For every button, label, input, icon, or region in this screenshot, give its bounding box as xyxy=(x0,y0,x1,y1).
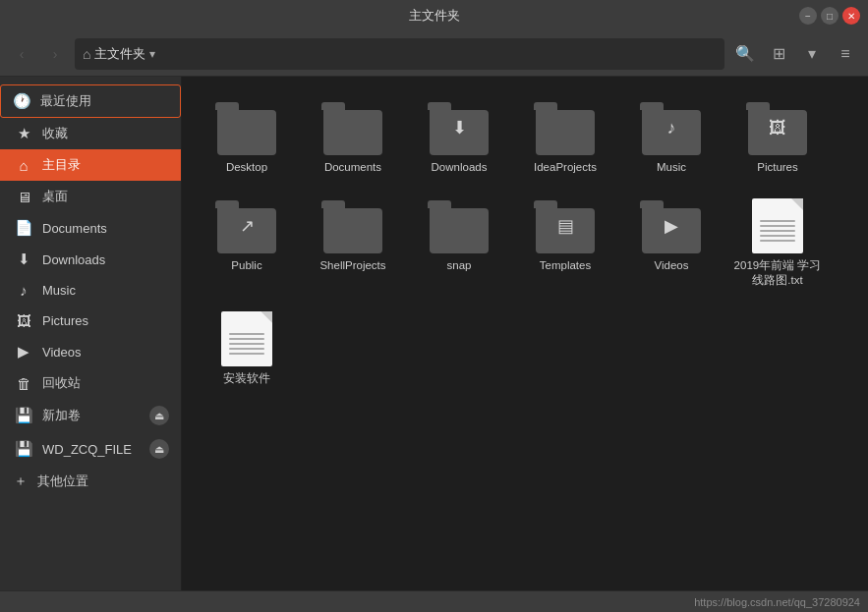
file-label: Desktop xyxy=(226,160,267,175)
breadcrumb: ⌂ 主文件夹 ▾ xyxy=(75,38,724,70)
search-button[interactable]: 🔍 xyxy=(730,39,760,69)
file-item[interactable]: ▶Videos xyxy=(622,191,721,296)
file-item[interactable]: Documents xyxy=(304,92,402,183)
documents-icon: 📄 xyxy=(15,219,32,237)
file-label: Public xyxy=(231,258,261,273)
sidebar-item-other-label: 其他位置 xyxy=(37,473,88,490)
wd-icon: 💾 xyxy=(15,440,32,458)
file-item[interactable]: ♪Music xyxy=(622,92,721,183)
sidebar-item-downloads[interactable]: ⬇ Downloads xyxy=(0,244,181,275)
file-label: Templates xyxy=(540,258,591,273)
sidebar-item-desktop-label: 桌面 xyxy=(42,188,68,205)
sidebar-item-downloads-label: Downloads xyxy=(42,252,105,267)
file-label: IdeaProjects xyxy=(534,160,597,175)
file-label: 2019年前端 学习线路图.txt xyxy=(732,258,823,288)
file-item[interactable]: ⬇Downloads xyxy=(410,92,508,183)
sidebar-item-music[interactable]: ♪ Music xyxy=(0,275,181,306)
videos-icon: ▶ xyxy=(15,343,32,361)
sidebar-item-pictures[interactable]: 🖼 Pictures xyxy=(0,306,181,336)
home-icon: ⌂ xyxy=(83,46,90,62)
title-bar: 主文件夹 − □ ✕ xyxy=(0,0,868,31)
downloads-icon: ⬇ xyxy=(15,250,32,268)
file-grid: DesktopDocuments⬇DownloadsIdeaProjects♪M… xyxy=(198,92,852,394)
sidebar-item-recent[interactable]: 🕐 最近使用 xyxy=(0,84,181,118)
home-icon-sidebar: ⌂ xyxy=(15,157,32,174)
file-label: Documents xyxy=(324,160,381,175)
breadcrumb-label: 主文件夹 xyxy=(94,45,145,63)
file-item[interactable]: IdeaProjects xyxy=(516,92,614,183)
file-item[interactable]: ↗Public xyxy=(198,191,296,296)
menu-button[interactable]: ≡ xyxy=(831,39,860,69)
sidebar-item-bookmarks-label: 收藏 xyxy=(42,125,68,142)
sidebar-item-trash[interactable]: 🗑 回收站 xyxy=(0,367,181,399)
sidebar-item-desktop[interactable]: 🖥 桌面 xyxy=(0,181,181,212)
window-title: 主文件夹 xyxy=(409,7,460,25)
desktop-icon: 🖥 xyxy=(15,189,32,205)
file-label: Music xyxy=(657,160,686,175)
sidebar-item-other[interactable]: ＋ 其他位置 xyxy=(0,466,181,497)
window-controls: − □ ✕ xyxy=(799,7,860,25)
toolbar-right: 🔍 ⊞ ▾ ≡ xyxy=(730,39,860,69)
other-icon: ＋ xyxy=(12,473,29,490)
main-area: 🕐 最近使用 ★ 收藏 ⌂ 主目录 🖥 桌面 📄 Documents ⬇ Dow… xyxy=(0,77,868,590)
file-item[interactable]: snap xyxy=(410,191,508,296)
sidebar: 🕐 最近使用 ★ 收藏 ⌂ 主目录 🖥 桌面 📄 Documents ⬇ Dow… xyxy=(0,77,182,590)
file-area: DesktopDocuments⬇DownloadsIdeaProjects♪M… xyxy=(182,77,868,590)
file-item[interactable]: 安装软件 xyxy=(198,304,296,394)
maximize-button[interactable]: □ xyxy=(821,7,839,25)
back-button[interactable]: ‹ xyxy=(8,40,35,68)
forward-button[interactable]: › xyxy=(41,40,69,68)
file-item[interactable]: ShellProjects xyxy=(304,191,402,296)
newvolume-icon: 💾 xyxy=(15,407,32,424)
file-label: Pictures xyxy=(757,160,798,175)
sidebar-item-home-label: 主目录 xyxy=(42,156,81,174)
breadcrumb-dropdown[interactable]: ▾ xyxy=(149,47,155,61)
eject-newvolume-button[interactable]: ⏏ xyxy=(149,406,169,425)
sidebar-item-home[interactable]: ⌂ 主目录 xyxy=(0,149,181,181)
file-item[interactable]: ▤Templates xyxy=(516,191,614,296)
bookmarks-icon: ★ xyxy=(15,125,32,142)
music-icon: ♪ xyxy=(15,282,32,299)
status-bar: https://blog.csdn.net/qq_37280924 xyxy=(0,590,868,612)
file-item[interactable]: Desktop xyxy=(198,92,296,183)
file-item[interactable]: 🖼Pictures xyxy=(728,92,827,183)
sidebar-item-recent-label: 最近使用 xyxy=(40,92,91,110)
sidebar-item-trash-label: 回收站 xyxy=(42,374,81,392)
sidebar-item-wd-label: WD_ZCQ_FILE xyxy=(42,442,132,457)
eject-wd-button[interactable]: ⏏ xyxy=(149,439,169,459)
recent-icon: 🕐 xyxy=(13,92,30,110)
trash-icon: 🗑 xyxy=(15,375,32,392)
status-bar-text: https://blog.csdn.net/qq_37280924 xyxy=(694,596,860,608)
file-label: 安装软件 xyxy=(223,371,270,386)
sidebar-item-videos[interactable]: ▶ Videos xyxy=(0,336,181,367)
sidebar-item-documents-label: Documents xyxy=(42,221,107,236)
close-button[interactable]: ✕ xyxy=(842,7,860,25)
sidebar-item-music-label: Music xyxy=(42,283,76,298)
sidebar-item-wd[interactable]: 💾 WD_ZCQ_FILE ⏏ xyxy=(0,432,181,466)
pictures-icon: 🖼 xyxy=(15,312,32,329)
sidebar-item-pictures-label: Pictures xyxy=(42,313,88,328)
sidebar-item-videos-label: Videos xyxy=(42,345,82,360)
toolbar: ‹ › ⌂ 主文件夹 ▾ 🔍 ⊞ ▾ ≡ xyxy=(0,31,868,77)
sidebar-item-newvolume-label: 新加卷 xyxy=(42,407,81,424)
sidebar-item-documents[interactable]: 📄 Documents xyxy=(0,212,181,244)
file-label: ShellProjects xyxy=(319,258,385,273)
file-label: Videos xyxy=(655,258,689,273)
file-item[interactable]: 2019年前端 学习线路图.txt xyxy=(728,191,827,296)
file-label: snap xyxy=(447,258,472,273)
file-label: Downloads xyxy=(432,160,488,175)
view-dropdown-button[interactable]: ▾ xyxy=(797,39,827,69)
sidebar-item-newvolume[interactable]: 💾 新加卷 ⏏ xyxy=(0,399,181,432)
sidebar-item-bookmarks[interactable]: ★ 收藏 xyxy=(0,118,181,149)
view-button[interactable]: ⊞ xyxy=(764,39,793,69)
minimize-button[interactable]: − xyxy=(799,7,817,25)
